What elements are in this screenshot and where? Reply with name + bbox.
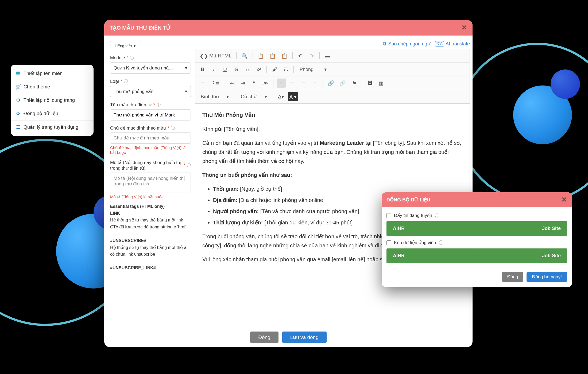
font-dropdown[interactable]: Phông ▾ [297,65,329,74]
separator [266,66,267,73]
sync-now-button[interactable]: Đồng bộ ngay! [527,272,567,282]
content-greeting: Kính gửi [Tên ứng viên], [202,124,463,134]
info-icon: ⓘ [435,212,439,219]
tag-link-desc: Hệ thống sẽ tự thay thế bằng một link CT… [110,218,186,229]
label-type: Loại*ⓘ [110,79,191,84]
table-icon[interactable]: ▦ [377,79,386,88]
anchor-icon[interactable]: ⚑ [350,79,359,88]
nav-label: Thiết lập nội dung trang [24,97,75,103]
sync-data-modal: ĐỒNG BỘ DỮ LIỆU ✕ Đẩy tin đăng tuyển ⓘ A… [382,192,572,287]
image-icon[interactable]: 🖼 [365,79,374,88]
close-button[interactable]: Đóng [250,332,278,343]
bank-icon: 🏛 [16,71,21,76]
indent-icon[interactable]: ⇥ [238,79,247,88]
nav-choose-theme[interactable]: 🛒 Chọn theme [11,80,94,94]
caret-down-icon: ▾ [185,89,187,94]
align-center-icon[interactable]: ≡ [288,79,297,88]
unlink-icon[interactable]: 🔗 [338,79,347,88]
redo-icon[interactable]: ↷ [307,51,316,60]
paste-icon[interactable]: 📋 [256,51,266,60]
editor-toolbar-row1: ❮❯ Mã HTML 🔍 📋 📋 📋 ↶ ↷ ▬ [195,49,470,63]
arrow-left-icon: ← [436,253,518,259]
language-tab[interactable]: Tiếng Việt ▾ [110,41,140,51]
nav-sync-data[interactable]: ⟳ Đồng bộ dữ liệu [11,107,94,120]
close-button[interactable]: Đóng [502,272,524,282]
nav-domain-setup[interactable]: 🏛 Thiết lập tên miền [11,67,94,80]
email-template-modal: TẠO MẪU THƯ ĐIỆN TỬ ✕ Tiếng Việt ▾ Modul… [104,20,473,347]
blockquote-icon[interactable]: ❝ [250,79,259,88]
paste-word-icon[interactable]: 📋 [280,51,289,60]
nav-manage-page[interactable]: ☰ Quản lý trang tuyển dụng [11,120,94,134]
ai-translate-link[interactable]: 文AAI translate [435,41,470,47]
tag-unsubscribe-link: #UNSUBCRIBE_LINK# [110,266,156,270]
copy-language-link[interactable]: ⧉Sao chép ngôn ngữ [383,41,430,47]
content-p1: Cảm ơn bạn đã quan tâm và ứng tuyển vào … [202,138,463,166]
input-template-name[interactable] [110,109,191,120]
info-icon: ⓘ [157,102,161,107]
caret-down-icon: ▾ [134,44,136,48]
content-title: Thư Mời Phỏng Vấn [202,110,463,120]
info-icon: ⓘ [187,163,191,168]
undo-icon[interactable]: ↶ [296,51,305,60]
modal-header: TẠO MẪU THƯ ĐIỆN TỬ ✕ [104,20,473,36]
pull-label: Kéo dữ liệu ứng viên [394,240,436,246]
underline-icon[interactable]: U [220,65,230,74]
caret-down-icon: ▾ [185,65,187,71]
save-close-button[interactable]: Lưu và đóng [282,332,327,343]
bg-color-icon[interactable]: A ▾ [288,92,298,101]
tag-unsubscribe-desc: Hệ thống sẽ tự thay thế bằng một thẻ a c… [110,245,186,257]
pull-checkbox[interactable] [386,240,391,245]
clear-format-icon[interactable]: Tₓ [281,65,290,74]
label-template-name: Tên mẫu thư điện tử*ⓘ [110,102,191,108]
separator [292,52,293,59]
size-dropdown[interactable]: Cỡ chữ ▾ [238,92,270,101]
subscript-icon[interactable]: x₂ [243,65,252,74]
source-button[interactable]: ❮❯ Mã HTML [198,51,233,60]
select-type[interactable]: Thư mời phỏng vấn▾ [110,86,191,97]
outdent-icon[interactable]: ⇤ [227,79,236,88]
select-module[interactable]: Quản lý và tuyển dụng nhâ…▾ [110,62,191,74]
div-icon[interactable]: DIV [261,79,270,88]
separator [273,80,273,87]
sync-right: Job Site [518,226,561,231]
separator [273,93,273,100]
list-item: Thời gian: [Ngày, giờ cụ thể] [213,184,463,193]
error-subject: Chủ đề mặc định theo mẫu (Tiếng Việt) là… [110,145,191,155]
placeholder-icon[interactable]: ▬ [323,51,332,60]
close-icon[interactable]: ✕ [461,24,467,32]
textarea-description[interactable]: Mô tả (Nội dung này không hiển thị trong… [110,173,191,193]
preview-icon[interactable]: 🔍 [240,51,249,60]
strike-icon[interactable]: S [232,65,241,74]
side-navigation: 🏛 Thiết lập tên miền 🛒 Chọn theme ⚙ Thiế… [11,65,94,136]
italic-icon[interactable]: I [209,65,218,74]
superscript-icon[interactable]: x² [254,65,263,74]
nav-content-setup[interactable]: ⚙ Thiết lập nội dung trang [11,94,94,107]
pull-sync-bar: AIHR ← Job Site [386,248,567,263]
numbered-list-icon[interactable]: ≡ [198,79,207,88]
align-justify-icon[interactable]: ≡ [310,79,319,88]
label-default-subject: Chủ đề mặc định theo mẫu*ⓘ [110,125,191,131]
tag-link: LINK [110,211,120,216]
label-module: Module*ⓘ [110,55,191,61]
input-default-subject[interactable] [110,133,191,144]
text-color-icon[interactable]: A ▾ [276,92,286,101]
separator [362,80,362,87]
link-icon[interactable]: 🔗 [326,79,336,88]
align-left-icon[interactable]: ≡ [277,79,286,88]
push-checkbox[interactable] [386,213,391,218]
info-icon: ⓘ [130,56,134,61]
close-icon[interactable]: ✕ [561,196,567,204]
bullet-list-icon[interactable]: ⋮≡ [209,79,220,88]
remove-format-icon[interactable]: 🖌 [270,65,279,74]
modal-footer: Đóng Đồng bộ ngay! [382,268,572,287]
modal-title: TẠO MẪU THƯ ĐIỆN TỬ [110,25,171,31]
select-value: Thư mời phỏng vấn [114,89,153,94]
paste-text-icon[interactable]: 📋 [268,51,277,60]
align-right-icon[interactable]: ≡ [299,79,308,88]
bold-icon[interactable]: B [198,65,207,74]
sync-icon: ⟳ [16,111,21,116]
label-description: Mô tả (Nội dung này không hiển thị trong… [110,160,191,171]
push-label: Đẩy tin đăng tuyển [394,213,432,218]
paragraph-dropdown[interactable]: Bình thư… ▾ [198,92,231,101]
separator [235,93,235,100]
